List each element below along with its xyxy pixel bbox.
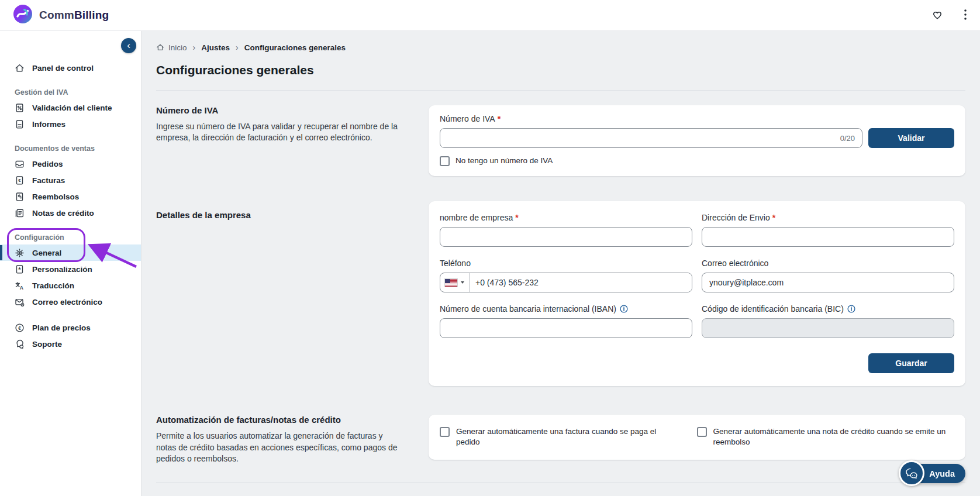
credit-note-icon: [15, 208, 25, 218]
support-chat-icon: [15, 339, 25, 349]
country-selector[interactable]: [440, 273, 470, 292]
divider: [156, 482, 965, 483]
sidebar-item-informes[interactable]: Informes: [0, 116, 141, 132]
info-icon[interactable]: [620, 305, 628, 313]
sidebar-collapse-button[interactable]: ‹: [121, 38, 136, 53]
inbox-icon: [15, 159, 25, 169]
required-mark: *: [772, 213, 775, 222]
vat-section-description: Ingrese su número de IVA para validar y …: [156, 121, 402, 144]
help-button-label: Ayuda: [929, 469, 955, 478]
sidebar-item-label: Correo electrónico: [32, 298, 102, 306]
sidebar-item-traduccion[interactable]: A Traducción: [0, 277, 141, 294]
sidebar-item-general[interactable]: General: [0, 244, 141, 261]
report-icon: [15, 119, 25, 129]
sidebar-item-reembolsos[interactable]: Reembolsos: [0, 188, 141, 205]
iban-input[interactable]: [440, 318, 692, 338]
us-flag-icon: [445, 279, 457, 287]
chevron-left-icon: ‹: [127, 40, 130, 50]
company-card: nombre de empresa * Dirección de Envio *…: [429, 201, 965, 386]
auto-credit-note-checkbox[interactable]: [697, 427, 707, 437]
sidebar-item-correo-electronico[interactable]: Correo electrónico: [0, 294, 141, 310]
save-button[interactable]: Guardar: [868, 353, 954, 373]
bic-input: [702, 318, 954, 338]
svg-text:A: A: [20, 284, 23, 290]
section-automation: Automatización de facturas/notas de créd…: [156, 415, 965, 464]
sidebar-item-soporte[interactable]: Soporte: [0, 336, 141, 352]
sidebar-group-gestion-iva: Gestión del IVA: [0, 85, 141, 99]
sidebar-item-label: Panel de control: [32, 64, 94, 73]
required-mark: *: [515, 213, 518, 222]
automation-section-description: Permite a los usuarios automatizar la ge…: [156, 430, 402, 464]
sidebar-item-label: Reembolsos: [32, 192, 79, 201]
sidebar-item-label: Plan de precios: [32, 323, 91, 332]
invoice-euro-icon: €: [15, 175, 25, 185]
sidebar-item-label: Facturas: [32, 176, 65, 185]
translate-icon: A: [15, 281, 25, 291]
vat-field-label: Número de IVA: [440, 114, 495, 123]
sidebar-item-facturas[interactable]: € Facturas: [0, 172, 141, 188]
no-vat-checkbox-label: No tengo un número de IVA: [456, 156, 553, 166]
sidebar: ‹ Panel de control Gestión del IVA Valid…: [0, 31, 142, 496]
phone-input[interactable]: [470, 273, 692, 292]
sidebar-item-panel-de-control[interactable]: Panel de control: [0, 60, 141, 76]
brand[interactable]: CommBilling: [12, 4, 109, 27]
shipping-address-input[interactable]: [702, 227, 954, 247]
chat-bubbles-icon: [899, 460, 924, 486]
phone-input-group: [440, 273, 692, 292]
company-name-label: nombre de empresa: [440, 213, 513, 222]
breadcrumb-separator: ›: [193, 43, 196, 52]
svg-text:€: €: [18, 178, 21, 183]
favorites-button[interactable]: [930, 8, 944, 23]
sidebar-item-label: Informes: [32, 120, 65, 129]
brand-logo-icon: [12, 4, 33, 27]
company-name-input[interactable]: [440, 227, 692, 247]
breadcrumb: Inicio › Ajustes › Configuraciones gener…: [156, 31, 965, 52]
sidebar-item-validacion-del-cliente[interactable]: Validación del cliente: [0, 99, 141, 116]
svg-text:€: €: [18, 325, 21, 330]
sidebar-item-label: General: [32, 249, 61, 257]
shipping-address-label: Dirección de Envio: [702, 213, 770, 222]
auto-invoice-checkbox-label: Generar automáticamente una factura cuan…: [456, 426, 682, 447]
auto-credit-note-checkbox-label: Generar automáticamente una nota de créd…: [713, 426, 954, 447]
home-icon: [15, 63, 25, 73]
top-header: CommBilling: [0, 0, 980, 31]
sidebar-item-label: Notas de crédito: [32, 209, 94, 218]
sidebar-group-documentos-ventas: Documentos de ventas: [0, 142, 141, 156]
company-section-heading: Detalles de la empresa: [156, 210, 402, 220]
sidebar-item-label: Soporte: [32, 340, 62, 349]
automation-section-heading: Automatización de facturas/notas de créd…: [156, 415, 402, 425]
refund-icon: [15, 192, 25, 202]
sidebar-item-plan-de-precios[interactable]: € Plan de precios: [0, 319, 141, 336]
automation-card: Generar automáticamente una factura cuan…: [429, 415, 965, 459]
sidebar-item-notas-de-credito[interactable]: Notas de crédito: [0, 205, 141, 221]
breadcrumb-inicio[interactable]: Inicio: [156, 43, 187, 52]
help-button[interactable]: Ayuda: [905, 464, 965, 483]
info-icon[interactable]: [847, 305, 855, 313]
sidebar-item-label: Personalización: [32, 265, 92, 274]
sidebar-item-label: Pedidos: [32, 160, 63, 168]
vat-section-heading: Número de IVA: [156, 105, 402, 115]
email-label: Correo electrónico: [702, 259, 954, 268]
phone-label: Teléfono: [440, 259, 692, 268]
sidebar-item-personalizacion[interactable]: * Personalización: [0, 261, 141, 277]
no-vat-checkbox[interactable]: [440, 156, 450, 166]
breadcrumb-separator: ›: [236, 43, 239, 52]
sidebar-item-label: Traducción: [32, 281, 74, 290]
email-input[interactable]: [702, 273, 954, 292]
breadcrumb-ajustes[interactable]: Ajustes: [201, 43, 230, 52]
heart-icon: [931, 9, 943, 22]
vat-card: Número de IVA * 0/20 Validar No tengo un…: [429, 105, 965, 176]
bic-label: Código de identificación bancaria (BIC): [702, 304, 844, 314]
iban-label: Número de cuenta bancaria internacional …: [440, 304, 616, 314]
more-options-button[interactable]: [963, 8, 968, 23]
vat-number-input[interactable]: [440, 128, 862, 148]
required-mark: *: [498, 114, 501, 123]
mail-gear-icon: [15, 297, 25, 307]
chevron-down-icon: [461, 281, 464, 284]
brand-name: CommBilling: [39, 9, 109, 22]
sidebar-item-pedidos[interactable]: Pedidos: [0, 156, 141, 172]
main-content: Inicio › Ajustes › Configuraciones gener…: [142, 0, 980, 483]
auto-invoice-checkbox[interactable]: [440, 427, 450, 437]
validate-button[interactable]: Validar: [868, 128, 954, 148]
kebab-menu-icon: [964, 9, 967, 22]
